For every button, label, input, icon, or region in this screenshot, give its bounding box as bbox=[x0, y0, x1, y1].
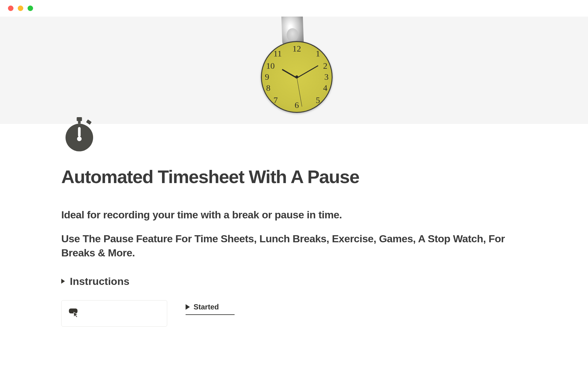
toggle-instructions[interactable]: Instructions bbox=[61, 275, 527, 287]
clock-numeral: 5 bbox=[316, 95, 320, 105]
clock-numeral: 1 bbox=[316, 49, 320, 59]
clock-numeral: 10 bbox=[266, 61, 275, 71]
play-icon bbox=[186, 304, 190, 310]
page-cover[interactable]: 12 1 2 3 4 5 6 7 8 9 10 11 bbox=[0, 17, 588, 124]
clock-numeral: 11 bbox=[273, 49, 282, 59]
toggle-label: Instructions bbox=[70, 275, 130, 287]
click-button-icon bbox=[68, 308, 81, 318]
svg-rect-1 bbox=[78, 121, 81, 124]
page-icon-stopwatch[interactable] bbox=[61, 117, 97, 153]
page-subtitle-1[interactable]: Ideal for recording your time with a bre… bbox=[61, 208, 527, 222]
clock-numeral: 2 bbox=[323, 61, 327, 71]
callout-block[interactable] bbox=[61, 300, 167, 327]
clock-numeral: 7 bbox=[273, 95, 278, 105]
database-view-tab-started[interactable]: Started bbox=[186, 303, 527, 311]
clock-numeral: 3 bbox=[324, 72, 329, 82]
clock-numeral: 6 bbox=[295, 100, 299, 110]
svg-point-5 bbox=[77, 136, 81, 141]
window-close-button[interactable] bbox=[8, 6, 13, 11]
svg-rect-6 bbox=[69, 309, 77, 313]
cover-image: 12 1 2 3 4 5 6 7 8 9 10 11 bbox=[257, 17, 331, 124]
clock-numeral: 12 bbox=[292, 44, 301, 54]
svg-rect-2 bbox=[86, 119, 92, 125]
window-maximize-button[interactable] bbox=[28, 6, 33, 11]
svg-rect-4 bbox=[78, 127, 81, 137]
page-title[interactable]: Automated Timesheet With A Pause bbox=[61, 167, 527, 187]
tab-underline bbox=[186, 314, 235, 315]
window-titlebar bbox=[0, 0, 588, 17]
clock-numeral: 4 bbox=[323, 83, 327, 93]
page-subtitle-2[interactable]: Use The Pause Feature For Time Sheets, L… bbox=[61, 232, 527, 260]
clock-numeral: 8 bbox=[266, 83, 270, 93]
toggle-arrow-icon bbox=[61, 279, 65, 284]
clock-numeral: 9 bbox=[265, 72, 269, 82]
window-minimize-button[interactable] bbox=[18, 6, 23, 11]
tab-label: Started bbox=[194, 303, 219, 311]
